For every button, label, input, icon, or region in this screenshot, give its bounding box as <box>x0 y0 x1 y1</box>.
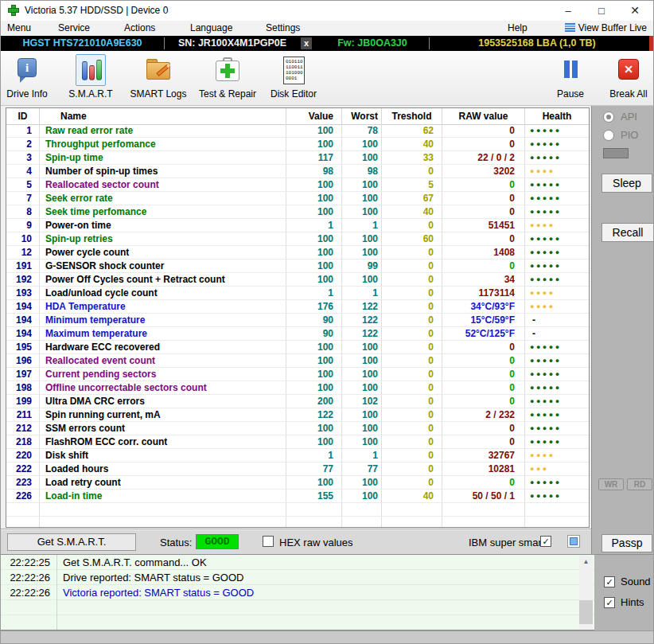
cell-id: 5 <box>6 178 40 192</box>
app-icon <box>7 4 20 17</box>
table-row[interactable]: 191G-SENSOR shock counter1009900●●●●● <box>6 260 589 273</box>
sleep-button[interactable]: Sleep <box>601 174 652 193</box>
drive-model[interactable]: HGST HTS721010A9E630 <box>1 36 164 51</box>
smart-logs-button[interactable]: SMART Logs <box>125 54 192 100</box>
menu-item-actions[interactable]: Actions <box>124 22 155 33</box>
api-radio[interactable]: API <box>603 111 637 123</box>
passp-button[interactable]: Passp <box>601 534 652 552</box>
cell-worst: 100 <box>342 138 382 151</box>
cell-threshold: 0 <box>382 463 442 476</box>
table-row[interactable]: 192Power Off Cycles count + Retract coun… <box>6 273 589 287</box>
table-row[interactable]: 223Load retry count10010000●●●●● <box>6 476 589 490</box>
cell-value: 100 <box>286 422 342 435</box>
serial-x-badge[interactable]: x <box>301 37 312 49</box>
table-row[interactable]: 211Spin running current, mA12210002 / 23… <box>6 408 589 422</box>
table-row[interactable]: 212SSM errors count10010000●●●●● <box>6 422 589 435</box>
cell-worst: 100 <box>342 368 382 381</box>
cell-name: Disk shift <box>40 449 286 463</box>
drive-firmware[interactable]: Fw: JB0OA3J0 <box>317 36 427 51</box>
cell-empty <box>286 503 342 517</box>
table-row[interactable]: 194HDA Temperature176122034°C/93°F●●●● <box>6 300 589 314</box>
cell-raw-value: 0 <box>442 232 525 246</box>
menu-item-menu[interactable]: Menu <box>7 22 31 33</box>
hints-checkbox[interactable]: ✓ <box>604 597 615 608</box>
cell-id: 220 <box>6 449 40 463</box>
drive-info-button[interactable]: i Drive Info <box>2 54 52 100</box>
get-smart-button[interactable]: Get S.M.A.R.T. <box>7 533 136 551</box>
cell-id: 194 <box>6 300 40 314</box>
health-dots: ●●●●● <box>525 435 589 449</box>
drive-info-bar: HGST HTS721010A9E630 SN: JR100X4M1PGP0E … <box>1 36 653 51</box>
hints-checkbox-row[interactable]: ✓ Hints <box>604 596 644 608</box>
table-row[interactable]: 198Offline uncorrectable sectors count10… <box>6 381 589 395</box>
log-lines: 22:22:25Get S.M.A.R.T. command... OK22:2… <box>1 555 594 630</box>
log-scrollbar[interactable]: ▲ <box>579 556 593 630</box>
scrollbar-thumb[interactable] <box>579 600 593 624</box>
ibm-super-smart-label: IBM super smart: <box>469 537 547 548</box>
view-buffer-live-button[interactable]: View Buffer Live <box>565 22 647 33</box>
drive-info-icon: i <box>12 54 42 86</box>
table-row[interactable]: 199Ultra DMA CRC errors20010200●●●●● <box>6 395 589 408</box>
maximize-button[interactable]: □ <box>588 1 615 21</box>
cell-empty <box>40 503 286 517</box>
minimize-button[interactable]: – <box>555 1 582 21</box>
table-row[interactable]: 9Power-on time11051451●●●● <box>6 219 589 232</box>
drive-serial[interactable]: SN: JR100X4M1PGP0E <box>165 36 299 51</box>
table-row[interactable]: 222Loaded hours7777010281●●● <box>6 463 589 476</box>
table-row[interactable]: 194Minimum temperature90122015°C/59°F- <box>6 314 589 327</box>
menu-item-help[interactable]: Help <box>508 22 527 33</box>
drive-capacity[interactable]: 1953525168 LBA (1,0 TB) <box>430 36 644 51</box>
table-row[interactable]: 218FlashROM ECC corr. count10010000●●●●● <box>6 435 589 449</box>
wr-button[interactable]: WR <box>598 478 624 490</box>
table-row[interactable]: 196Reallocated event count10010000●●●●● <box>6 354 589 368</box>
table-row[interactable]: 10Spin-up retries100100600●●●●● <box>6 232 589 246</box>
disk-editor-button[interactable]: 010110 110011 101000 0001 Disk Editor <box>267 54 321 100</box>
hex-raw-values-checkbox[interactable] <box>263 536 274 547</box>
table-row[interactable]: 4Number of spin-up times989803202●●●● <box>6 165 589 178</box>
table-row[interactable]: 3Spin-up time1171003322 / 0 / 2●●●●● <box>6 151 589 165</box>
sound-checkbox[interactable]: ✓ <box>604 576 615 587</box>
cell-value: 100 <box>286 124 342 138</box>
table-row[interactable]: 5Reallocated sector count10010050●●●●● <box>6 178 589 192</box>
cell-threshold: 0 <box>382 314 442 327</box>
table-row-empty <box>6 517 589 528</box>
table-row[interactable]: 8Seek time perfomance100100400●●●●● <box>6 205 589 219</box>
table-row-empty <box>6 503 589 517</box>
pio-radio[interactable]: PIO <box>603 129 638 141</box>
table-row[interactable]: 220Disk shift11032767●●●● <box>6 449 589 463</box>
table-row[interactable]: 226Load-in time1551004050 / 50 / 1●●●●● <box>6 490 589 503</box>
test-repair-button[interactable]: Test & Repair <box>193 54 262 100</box>
cell-worst: 100 <box>342 408 382 422</box>
scroll-up-icon[interactable]: ▲ <box>579 556 593 568</box>
recall-button[interactable]: Recall <box>601 223 654 242</box>
cell-worst: 100 <box>342 232 382 246</box>
table-row[interactable]: 194Maximum temperature90122052°C/125°F- <box>6 327 589 341</box>
health-dots: ●●●● <box>525 287 589 300</box>
log-timestamp <box>1 600 50 615</box>
table-row[interactable]: 7Seek error rate100100670●●●●● <box>6 192 589 205</box>
cell-name: Hardware ECC recovered <box>40 341 286 354</box>
pio-radio-circle[interactable] <box>603 130 614 141</box>
bottom-resize-bar[interactable] <box>1 630 654 644</box>
menu-item-service[interactable]: Service <box>58 22 90 33</box>
menu-item-settings[interactable]: Settings <box>266 22 300 33</box>
rd-button[interactable]: RD <box>627 478 652 490</box>
table-row[interactable]: 195Hardware ECC recovered10010000●●●●● <box>6 341 589 354</box>
pause-button[interactable]: Pause <box>548 54 593 100</box>
ibm-super-smart-checkbox[interactable]: ✓ <box>540 536 551 547</box>
window-title: Victoria 5.37 HDD/SSD | Device 0 <box>25 5 168 16</box>
api-radio-circle[interactable] <box>603 111 614 123</box>
break-all-button[interactable]: ✕ Break All <box>605 54 652 100</box>
cell-threshold: 0 <box>382 327 442 341</box>
close-button[interactable]: ✕ <box>621 1 648 21</box>
table-row[interactable]: 12Power cycle count10010001408●●●●● <box>6 246 589 260</box>
menu-item-language[interactable]: Language <box>190 22 232 33</box>
smart-button[interactable]: S.M.A.R.T <box>64 54 117 100</box>
table-row[interactable]: 197Current pending sectors10010000●●●●● <box>6 368 589 381</box>
health-dots: ●●●●● <box>525 368 589 381</box>
sound-checkbox-row[interactable]: ✓ Sound <box>604 576 651 587</box>
table-row[interactable]: 2Throughput perfomance100100400●●●●● <box>6 138 589 151</box>
table-row[interactable]: 193Load/unload cycle count1101173114●●●● <box>6 287 589 300</box>
table-row[interactable]: 1Raw read error rate10078620●●●●● <box>6 124 589 138</box>
cell-worst: 77 <box>342 463 382 476</box>
